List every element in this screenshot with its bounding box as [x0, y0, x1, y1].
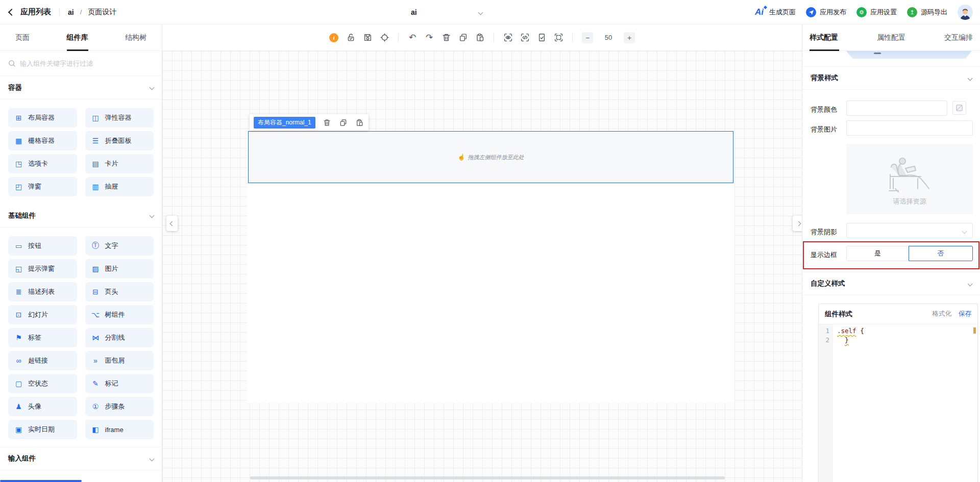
- marker-icon: ✎: [91, 379, 101, 388]
- info-icon[interactable]: i: [329, 33, 338, 42]
- back-icon[interactable]: [8, 8, 15, 15]
- locate-icon[interactable]: [380, 33, 389, 42]
- view-code-icon[interactable]: [520, 33, 529, 42]
- canvas-horizontal-scrollbar[interactable]: [250, 476, 725, 479]
- section-header-custom-style[interactable]: 自定义样式: [802, 272, 980, 295]
- component-tile-hyperlink[interactable]: ∞超链接: [8, 351, 77, 370]
- component-tile-iframe[interactable]: ◧iframe: [85, 420, 154, 439]
- canvas-grid[interactable]: 布局容器_normal_1 ☝ 拖拽左侧组件放至此处: [162, 51, 802, 482]
- bg-color-input[interactable]: [846, 100, 947, 116]
- component-tile-empty-state[interactable]: ▢空状态: [8, 374, 77, 393]
- iframe-icon: ◧: [91, 425, 101, 434]
- generate-page-button[interactable]: Ai 生成页面: [755, 7, 796, 17]
- flex-container-icon: ◫: [91, 114, 101, 122]
- bg-shadow-select[interactable]: [846, 223, 973, 238]
- tab-interaction-config[interactable]: 交互编排: [944, 24, 973, 51]
- sidebar-scroll-indicator[interactable]: [0, 480, 82, 482]
- chevron-down-icon: [150, 85, 155, 90]
- schema-check-icon[interactable]: [537, 33, 546, 42]
- copy-component-icon[interactable]: [339, 118, 348, 127]
- tab-pages[interactable]: 页面: [15, 24, 30, 51]
- save-style-button[interactable]: 保存: [959, 310, 971, 318]
- component-tile-steps[interactable]: ①步骤条: [85, 397, 154, 416]
- tree-icon: ⌥: [91, 311, 101, 319]
- component-search-input[interactable]: [20, 60, 154, 67]
- bg-image-input[interactable]: [846, 120, 973, 136]
- section-header-containers[interactable]: 容器: [0, 76, 162, 99]
- component-tile-description-list[interactable]: ≣描述列表: [8, 282, 77, 301]
- tab-structure-tree[interactable]: 结构树: [125, 24, 146, 51]
- delete-component-icon[interactable]: [323, 118, 332, 127]
- component-tile-message-popup[interactable]: ◱提示弹窗: [8, 259, 77, 278]
- component-tile-page-header[interactable]: ⊟页头: [85, 282, 154, 301]
- component-tile-image[interactable]: ▨图片: [85, 259, 154, 278]
- tab-props-config[interactable]: 属性配置: [877, 24, 905, 51]
- section-header-input-components[interactable]: 输入组件: [0, 447, 162, 470]
- component-tile-drawer[interactable]: ▥抽屉: [85, 177, 154, 196]
- component-tile-breadcrumb[interactable]: »面包屑: [85, 351, 154, 370]
- page-sheet[interactable]: 布局容器_normal_1 ☝ 拖拽左侧组件放至此处: [247, 131, 734, 403]
- unlock-icon[interactable]: [346, 33, 355, 42]
- redo-icon[interactable]: ↷: [425, 33, 434, 42]
- css-code-editor[interactable]: 1 2 .self { }: [819, 324, 977, 482]
- component-tile-live-date[interactable]: ▣实时日期: [8, 420, 77, 439]
- back-to-app-list[interactable]: 应用列表: [20, 7, 51, 17]
- component-tile-divider[interactable]: ⋈分割线: [85, 328, 154, 347]
- source-export-button[interactable]: ↥ 源码导出: [907, 7, 947, 17]
- selected-layout-container[interactable]: 布局容器_normal_1 ☝ 拖拽左侧组件放至此处: [248, 131, 733, 183]
- component-tile-grid-container[interactable]: ▦栅格容器: [8, 131, 77, 150]
- component-tile-card[interactable]: ▤卡片: [85, 154, 154, 173]
- paste-component-icon[interactable]: [355, 118, 364, 127]
- component-tile-layout-container[interactable]: ⊞布局容器: [8, 108, 77, 128]
- editor-code[interactable]: .self { }: [833, 324, 864, 482]
- paste-icon[interactable]: [475, 33, 484, 42]
- zoom-out-button[interactable]: −: [582, 32, 593, 43]
- user-avatar[interactable]: [958, 5, 973, 20]
- app-settings-button[interactable]: ⚙ 应用设置: [856, 7, 897, 17]
- collapse-left-panel-button[interactable]: [166, 216, 178, 231]
- preview-icon[interactable]: [503, 33, 512, 42]
- section-title: 容器: [8, 83, 22, 92]
- component-tile-label: 幻灯片: [28, 310, 48, 319]
- section-header-basic-components[interactable]: 基础组件: [0, 204, 162, 227]
- section-header-background-style[interactable]: 背景样式: [802, 66, 980, 90]
- component-tile-button[interactable]: ▭按钮: [8, 236, 77, 256]
- image-icon: ▨: [91, 265, 101, 273]
- component-tile-text[interactable]: Ⓣ文字: [85, 236, 154, 256]
- component-tile-label: 标签: [28, 333, 41, 342]
- save-icon[interactable]: [363, 33, 372, 42]
- selected-component-chip[interactable]: 布局容器_normal_1: [254, 117, 315, 129]
- app-publish-button[interactable]: 应用发布: [806, 7, 846, 17]
- design-canvas-area: i ↶ ↷: [162, 24, 802, 482]
- tag-icon: ⚑: [14, 334, 23, 342]
- breadcrumb-app-name[interactable]: ai: [68, 8, 74, 16]
- component-tile-marker[interactable]: ✎标记: [85, 374, 154, 393]
- component-tile-carousel[interactable]: ⊡幻灯片: [8, 305, 77, 324]
- resource-picker[interactable]: 请选择资源: [846, 144, 973, 214]
- component-tile-label: iframe: [105, 426, 124, 434]
- component-tile-collapse-panel[interactable]: ☰折叠面板: [85, 131, 154, 150]
- tab-style-config[interactable]: 样式配置: [810, 24, 838, 51]
- format-button[interactable]: 格式化: [933, 310, 952, 318]
- component-tile-flex-container[interactable]: ◫弹性容器: [85, 108, 154, 128]
- page-select[interactable]: ai: [406, 0, 487, 24]
- delete-icon[interactable]: [442, 33, 451, 42]
- component-tile-tabs[interactable]: ◳选项卡: [8, 154, 77, 173]
- ai-sparkle-icon: Ai: [755, 7, 766, 17]
- copy-icon[interactable]: [458, 33, 468, 42]
- resource-placeholder-text: 请选择资源: [893, 197, 926, 206]
- bg-color-picker-button[interactable]: [952, 101, 966, 115]
- component-tile-tag[interactable]: ⚑标签: [8, 328, 77, 347]
- person-on-bench-illustration: [883, 155, 936, 193]
- css-selector-token: .self: [837, 327, 856, 335]
- component-tile-tree[interactable]: ⌥树组件: [85, 305, 154, 324]
- show-border-yes-option[interactable]: 是: [846, 246, 909, 261]
- tab-component-library[interactable]: 组件库: [67, 24, 88, 51]
- zoom-in-button[interactable]: +: [624, 32, 635, 43]
- component-tile-modal[interactable]: ◰弹窗: [8, 177, 77, 196]
- undo-icon[interactable]: ↶: [408, 33, 417, 42]
- frame-icon[interactable]: [554, 33, 563, 42]
- component-tile-avatar[interactable]: ♟头像: [8, 397, 77, 416]
- collapse-right-panel-button[interactable]: [793, 216, 802, 231]
- show-border-no-option-selected[interactable]: 否: [909, 246, 973, 261]
